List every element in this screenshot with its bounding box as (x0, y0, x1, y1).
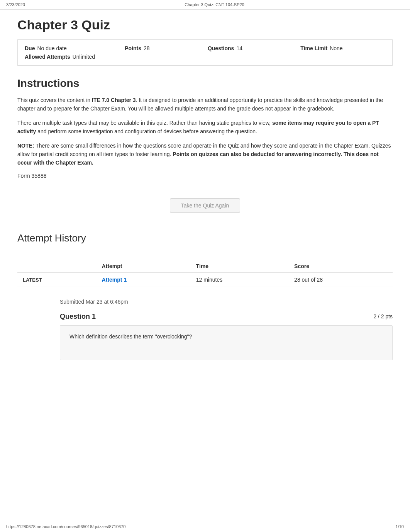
instructions-paragraph-3: NOTE: There are some small differences i… (17, 141, 393, 167)
quiz-meta-box: Due No due date Points 28 Questions 14 T… (17, 39, 393, 66)
attempt-history-table: Attempt Time Score LATEST Attempt 1 12 m… (17, 260, 393, 287)
meta-questions-value: 14 (236, 45, 242, 51)
question-1-title: Question 1 (60, 313, 96, 321)
attempt-score: 28 out of 28 (289, 272, 393, 287)
instructions-note-bold: NOTE: (17, 143, 34, 149)
instructions-bold-1: ITE 7.0 Chapter 3 (92, 97, 136, 103)
submitted-text: Submitted Mar 23 at 6:46pm (17, 299, 393, 305)
meta-time-value: None (330, 45, 342, 51)
instructions-bold-2: some items may require you to open a PT … (17, 120, 379, 134)
col-attempt-header: Attempt (97, 260, 191, 273)
question-1-content: Which definition describes the term "ove… (60, 325, 393, 360)
instructions-paragraph-2: There are multiple task types that may b… (17, 119, 393, 136)
latest-tag: LATEST (23, 277, 42, 283)
browser-date: 3/23/2020 (6, 2, 25, 7)
meta-due-label: Due (25, 45, 35, 51)
latest-label: LATEST (17, 272, 97, 287)
take-quiz-container: Take the Quiz Again (17, 198, 393, 213)
browser-bar: 3/23/2020 Chapter 3 Quiz: CNT 104-SP20 (0, 0, 410, 10)
meta-due-value: No due date (37, 45, 66, 51)
footer-page-number: 1/10 (396, 524, 404, 529)
footer-url: https://1280678.netacad.com/courses/9650… (6, 524, 125, 529)
attempt-time: 12 minutes (191, 272, 289, 287)
meta-points-label: Points (125, 45, 141, 51)
question-1-header: Question 1 2 / 2 pts (60, 313, 393, 321)
meta-allowed-value: Unlimited (73, 54, 95, 60)
form-number: Form 35888 (17, 173, 393, 179)
table-row: LATEST Attempt 1 12 minutes 28 out of 28 (17, 272, 393, 287)
divider (17, 252, 393, 252)
col-empty (17, 260, 97, 273)
attempt-history-heading: Attempt History (17, 232, 393, 244)
meta-allowed-attempts: Allowed Attempts Unlimited (25, 54, 192, 60)
instructions-paragraph-1: This quiz covers the content in ITE 7.0 … (17, 96, 393, 113)
question-1-score: 2 / 2 pts (373, 313, 393, 320)
col-score-header: Score (289, 260, 393, 273)
meta-due: Due No due date (25, 45, 109, 51)
question-1-text: Which definition describes the term "ove… (69, 333, 192, 340)
quiz-title: Chapter 3 Quiz (17, 17, 393, 32)
attempt-1-link[interactable]: Attempt 1 (102, 277, 127, 283)
take-quiz-button[interactable]: Take the Quiz Again (170, 198, 241, 213)
browser-page-title: Chapter 3 Quiz: CNT 104-SP20 (185, 2, 244, 7)
main-content: Chapter 3 Quiz Due No due date Points 28… (0, 10, 410, 376)
question-1-block: Question 1 2 / 2 pts Which definition de… (60, 313, 393, 360)
meta-points: Points 28 (125, 45, 192, 51)
meta-allowed-label: Allowed Attempts (25, 54, 70, 60)
meta-time-limit: Time Limit None (300, 45, 385, 51)
attempt-link-cell[interactable]: Attempt 1 (97, 272, 191, 287)
footer-bar: https://1280678.netacad.com/courses/9650… (0, 521, 410, 532)
meta-questions-label: Questions (208, 45, 234, 51)
meta-time-label: Time Limit (300, 45, 327, 51)
meta-points-value: 28 (144, 45, 150, 51)
col-time-header: Time (191, 260, 289, 273)
instructions-bold-3: Points on quizzes can also be deducted f… (17, 151, 379, 166)
instructions-heading: Instructions (17, 77, 393, 90)
meta-questions: Questions 14 (208, 45, 285, 51)
